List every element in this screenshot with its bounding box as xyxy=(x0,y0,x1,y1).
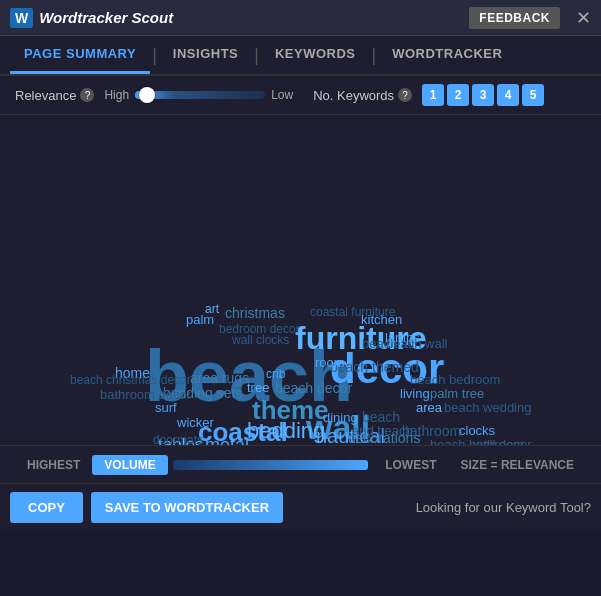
footer-legend: HIGHEST VOLUME LOWEST SIZE = RELEVANCE xyxy=(0,445,601,483)
feedback-button[interactable]: FEEDBACK xyxy=(469,7,560,29)
word-6[interactable]: bedding xyxy=(247,418,325,444)
relevance-slider[interactable] xyxy=(135,91,265,99)
close-icon[interactable]: ✕ xyxy=(576,7,591,29)
word-45[interactable]: wall decor xyxy=(450,443,509,445)
word-27[interactable]: kitchen xyxy=(361,312,402,327)
titlebar-left: W Wordtracker Scout xyxy=(10,8,173,28)
slider-thumb xyxy=(139,87,155,103)
word-42[interactable]: sets xyxy=(297,443,319,445)
word-18[interactable]: area rugs xyxy=(190,370,249,386)
word-28[interactable]: lamps xyxy=(385,330,420,345)
tab-page-summary[interactable]: PAGE SUMMARY xyxy=(10,36,150,74)
num-btn-3[interactable]: 3 xyxy=(472,84,494,106)
legend-bar xyxy=(173,460,369,470)
highest-label: HIGHEST xyxy=(15,458,92,472)
app-name: Wordtracker Scout xyxy=(39,9,173,26)
num-btn-2[interactable]: 2 xyxy=(447,84,469,106)
word-9[interactable]: metal xyxy=(205,435,249,445)
keywords-help-icon[interactable]: ? xyxy=(398,88,412,102)
low-label: Low xyxy=(271,88,293,102)
size-relevance-label: SIZE = RELEVANCE xyxy=(449,458,586,472)
word-68[interactable]: surf xyxy=(155,400,177,415)
word-39[interactable]: clocks xyxy=(459,423,495,438)
num-btn-4[interactable]: 4 xyxy=(497,84,519,106)
word-22[interactable]: room xyxy=(315,355,345,370)
word-cloud: beachdecorfurniturewallcoastalthemebeddi… xyxy=(0,115,601,445)
volume-label[interactable]: VOLUME xyxy=(92,455,167,475)
promo-text: Looking for our Keyword Tool? xyxy=(416,500,591,515)
word-33[interactable]: palm tree xyxy=(430,386,484,401)
word-29[interactable]: tree xyxy=(247,380,269,395)
nav-tabs: PAGE SUMMARY | INSIGHTS | KEYWORDS | WOR… xyxy=(0,36,601,76)
word-43[interactable]: outdoor xyxy=(318,443,362,445)
wt-logo: W xyxy=(10,8,33,28)
num-buttons: 1 2 3 4 5 xyxy=(422,84,544,106)
relevance-label: Relevance ? xyxy=(15,88,94,103)
copy-button[interactable]: COPY xyxy=(10,492,83,523)
word-24[interactable]: palm xyxy=(186,312,214,327)
word-72[interactable]: doormats xyxy=(153,433,203,445)
word-25[interactable]: christmas xyxy=(225,305,285,321)
word-70[interactable]: bathroom decor xyxy=(100,387,191,402)
word-69[interactable]: wicker xyxy=(177,415,214,430)
num-btn-1[interactable]: 1 xyxy=(422,84,444,106)
word-31[interactable]: beach bedroom xyxy=(410,372,500,387)
save-button[interactable]: SAVE TO WORDTRACKER xyxy=(91,492,283,523)
titlebar: W Wordtracker Scout FEEDBACK ✕ xyxy=(0,0,601,36)
lowest-label: LOWEST xyxy=(373,458,448,472)
word-30[interactable]: beach decor xyxy=(275,380,352,396)
word-44[interactable]: kitchen decor xyxy=(357,443,434,445)
relevance-help-icon[interactable]: ? xyxy=(80,88,94,102)
word-38[interactable]: and beach xyxy=(352,423,413,438)
word-cloud-area: beachdecorfurniturewallcoastalthemebeddi… xyxy=(0,115,601,445)
word-41[interactable]: diy xyxy=(271,443,286,445)
num-btn-5[interactable]: 5 xyxy=(522,84,544,106)
controls-bar: Relevance ? High Low No. Keywords ? 1 2 … xyxy=(0,76,601,115)
tab-insights[interactable]: INSIGHTS xyxy=(159,36,252,74)
tab-keywords[interactable]: KEYWORDS xyxy=(261,36,370,74)
keywords-label: No. Keywords ? xyxy=(313,88,412,103)
tab-wordtracker[interactable]: WORDTRACKER xyxy=(378,36,516,74)
high-label: High xyxy=(104,88,129,102)
word-21[interactable]: crib xyxy=(266,367,285,381)
word-32[interactable]: living xyxy=(400,386,430,401)
word-35[interactable]: beach wedding xyxy=(444,400,531,415)
word-67[interactable]: wall clocks xyxy=(232,333,289,347)
relevance-scale: High Low xyxy=(104,88,293,102)
action-bar: COPY SAVE TO WORDTRACKER Looking for our… xyxy=(0,483,601,531)
word-71[interactable]: beach christmas decor xyxy=(70,373,191,387)
word-34[interactable]: area xyxy=(416,400,442,415)
